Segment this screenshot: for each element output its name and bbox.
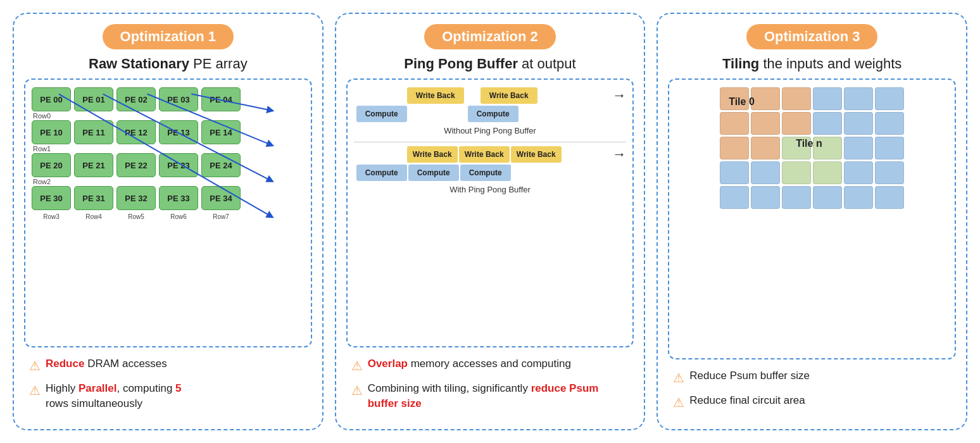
panel1-title: Raw Stationary PE array xyxy=(24,56,312,72)
pe-cell-33: PE 33 xyxy=(159,186,198,210)
main-container: Optimization 1 Raw Stationary PE array P… xyxy=(13,13,967,430)
compute-bar-1: Compute xyxy=(356,106,407,122)
tg-r2c5 xyxy=(875,137,904,159)
row-label-7: Row7 xyxy=(201,213,241,220)
bullet-icon-3: ⚠ xyxy=(351,357,363,375)
bullet-text-5: Reduce Psum buffer size xyxy=(689,368,810,384)
tg-r4c1 xyxy=(751,186,780,209)
without-ppb-compute-row: Compute Compute xyxy=(354,106,627,122)
pe-row-1: PE 10 PE 11 PE 12 PE 13 PE 14 xyxy=(32,120,305,144)
tg-r3c1 xyxy=(751,161,780,184)
panel2-bullet-2: ⚠ Combining with tiling, significantly r… xyxy=(351,381,629,411)
pe-cell-31: PE 31 xyxy=(74,186,113,210)
pe-cell-14: PE 14 xyxy=(201,120,241,144)
pe-cell-30: PE 30 xyxy=(32,186,71,210)
bullet-text-4: Combining with tiling, significantly red… xyxy=(368,381,629,411)
row-label-5: Row5 xyxy=(116,213,156,220)
bullet-icon-5: ⚠ xyxy=(673,369,684,387)
tg-r2c1 xyxy=(751,137,780,159)
ppb-section: Write Back Write Back → Compute Compute xyxy=(348,80,633,206)
pe-cell-34: PE 34 xyxy=(201,186,241,210)
tg-r3c3 xyxy=(813,161,842,184)
bullet-text-2: Highly Parallel, computing 5rows simulta… xyxy=(46,381,182,411)
panel1-bullet-2: ⚠ Highly Parallel, computing 5rows simul… xyxy=(29,381,307,411)
pe-row-3-wrapper: PE 30 PE 31 PE 32 PE 33 PE 34 Row3 Row4 … xyxy=(32,186,305,220)
tg-r1c3 xyxy=(813,112,842,135)
pe-cell-32: PE 32 xyxy=(116,186,156,210)
tiling-grid-container: Tile 0 Tile n xyxy=(669,80,955,214)
tiling-grid-wrapper: Tile 0 Tile n xyxy=(720,87,904,209)
panel3-title: Tiling the inputs and weights xyxy=(668,56,956,72)
compute-bar-2: Compute xyxy=(468,106,518,122)
panel3-bullet-1: ⚠ Reduce Psum buffer size xyxy=(673,368,951,387)
panel2-title: Ping Pong Buffer at output xyxy=(346,56,634,72)
panel-optimization3: Optimization 3 Tiling the inputs and wei… xyxy=(656,13,967,430)
tg-r4c5 xyxy=(875,186,904,209)
without-ppb-section: Write Back Write Back → Compute Compute xyxy=(354,87,627,135)
with-ppb-writebacks: Write Back Write Back Write Back xyxy=(356,146,610,163)
bullet-text-3: Overlap memory accesses and computing xyxy=(368,356,571,371)
panel2-bullet-1: ⚠ Overlap memory accesses and computing xyxy=(351,356,629,375)
pe-cell-12: PE 12 xyxy=(116,120,156,144)
bottom-row-labels: Row3 Row4 Row5 Row6 Row7 xyxy=(32,213,305,220)
arrow-2: → xyxy=(612,146,626,163)
badge-opt3: Optimization 3 xyxy=(746,24,878,49)
pe-cell-20: PE 20 xyxy=(32,153,71,177)
bullet-text-1: Reduce DRAM accesses xyxy=(46,356,167,371)
row-label-6: Row6 xyxy=(159,213,198,220)
pe-row-2: PE 20 PE 21 PE 22 PE 23 PE 24 xyxy=(32,153,305,177)
tg-r3c5 xyxy=(875,161,904,184)
panel2-inner: Write Back Write Back → Compute Compute xyxy=(346,78,634,347)
compute-bar-w3: Compute xyxy=(460,165,511,181)
panel-optimization2: Optimization 2 Ping Pong Buffer at outpu… xyxy=(335,13,646,430)
tg-r4c0 xyxy=(720,186,749,209)
pe-cell-03: PE 03 xyxy=(159,87,198,111)
tg-r1c5 xyxy=(875,112,904,135)
tg-r1c0 xyxy=(720,112,749,135)
tg-r4c4 xyxy=(844,186,873,209)
pe-cell-22: PE 22 xyxy=(116,153,156,177)
tg-r1c1 xyxy=(751,112,780,135)
tg-r3c2 xyxy=(782,161,811,184)
without-ppb-label: Without Ping Pong Buffer xyxy=(354,126,627,135)
tg-r1c4 xyxy=(844,112,873,135)
pe-cell-11: PE 11 xyxy=(74,120,113,144)
panel1-bullets: ⚠ Reduce DRAM accesses ⚠ Highly Parallel… xyxy=(24,356,312,418)
pe-row-0-wrapper: PE 00 PE 01 PE 02 PE 03 PE 04 Row0 xyxy=(32,87,305,111)
without-ppb-row: Write Back Write Back → xyxy=(354,87,627,104)
tg-r0c4 xyxy=(844,87,873,110)
row-label-3: Row3 xyxy=(32,213,71,220)
panel1-bullet-1: ⚠ Reduce DRAM accesses xyxy=(29,356,307,375)
bullet-icon-1: ⚠ xyxy=(29,357,41,375)
tg-r2c4 xyxy=(844,137,873,159)
badge-opt1: Optimization 1 xyxy=(103,24,234,49)
tg-r0c2 xyxy=(782,87,811,110)
bullet-text-6: Reduce final circuit area xyxy=(689,393,805,408)
panel-optimization1: Optimization 1 Raw Stationary PE array P… xyxy=(13,13,324,430)
writeback-bar-w2: Write Back xyxy=(459,146,510,163)
writeback-bar-1: Write Back xyxy=(407,87,464,104)
panel3-inner: Tile 0 Tile n xyxy=(668,78,956,359)
tilen-label: Tile n xyxy=(796,138,822,149)
writeback-bar-w3: Write Back xyxy=(511,146,562,163)
pe-cell-10: PE 10 xyxy=(32,120,71,144)
pe-cell-01: PE 01 xyxy=(74,87,113,111)
arrow-1: → xyxy=(612,87,626,104)
spacer-2 xyxy=(409,106,466,122)
bullet-icon-2: ⚠ xyxy=(29,382,41,399)
pe-cell-13: PE 13 xyxy=(159,120,198,144)
writeback-bar-w1: Write Back xyxy=(407,146,458,163)
tg-r0c5 xyxy=(875,87,904,110)
pe-row-1-wrapper: PE 10 PE 11 PE 12 PE 13 PE 14 Row1 xyxy=(32,120,305,144)
panel1-inner: PE 00 PE 01 PE 02 PE 03 PE 04 Row0 PE 10… xyxy=(24,78,312,347)
tg-r3c4 xyxy=(844,161,873,184)
pe-cell-21: PE 21 xyxy=(74,153,113,177)
row-label-2: Row2 xyxy=(33,178,51,185)
panel3-bullet-2: ⚠ Reduce final circuit area xyxy=(673,393,951,411)
without-ppb-compute: Compute Compute xyxy=(356,106,613,122)
pe-grid: PE 00 PE 01 PE 02 PE 03 PE 04 Row0 PE 10… xyxy=(25,80,311,229)
panel3-bullets: ⚠ Reduce Psum buffer size ⚠ Reduce final… xyxy=(668,368,956,418)
bullet-icon-6: ⚠ xyxy=(673,394,684,411)
tg-r0c1 xyxy=(751,87,780,110)
spacer-1 xyxy=(466,87,479,104)
